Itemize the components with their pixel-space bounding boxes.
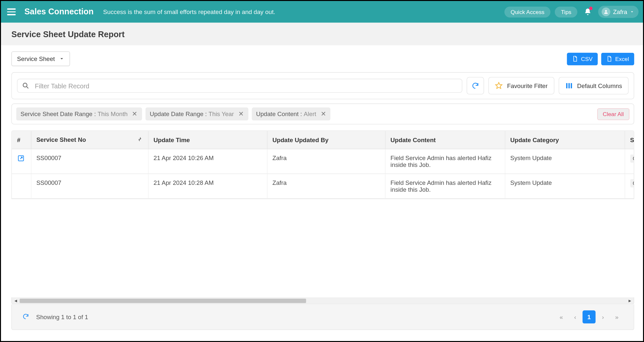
cell-service: Cre [630,179,634,187]
refresh-icon [22,313,29,320]
scroll-thumb[interactable] [20,299,306,303]
export-excel-label: Excel [615,55,629,62]
cell-updated-by: Zafra [267,149,385,174]
filter-tag-label: Service Sheet Date Range : [21,111,96,117]
filter-tag-value: Alert [304,111,316,117]
file-icon [572,56,579,62]
footer-refresh-icon[interactable] [22,313,29,321]
page-title-bar: Service Sheet Update Report [1,23,644,45]
cell-updated-by: Zafra [267,174,385,199]
svg-point-0 [605,10,607,12]
export-excel-button[interactable]: Excel [601,52,634,65]
search-icon [22,82,30,90]
columns-icon [565,82,573,90]
file-icon [607,56,613,62]
menu-icon[interactable] [7,7,18,17]
filter-tag-label: Update Content : [256,111,302,117]
active-filters: Service Sheet Date Range : This Month ✕ … [11,104,634,125]
user-menu[interactable]: Zafra [598,6,639,18]
cell-service: Cre [630,155,634,163]
page-title: Service Sheet Update Report [11,30,634,39]
filter-tag[interactable]: Update Date Range : This Year ✕ [146,108,248,121]
data-table: # Service Sheet No Update Time Update Up… [11,130,634,199]
page-prev-button[interactable]: ‹ [569,310,582,323]
filter-tag-value: This Year [209,111,234,117]
cell-update-time: 21 Apr 2024 10:26 AM [148,149,267,174]
svg-rect-4 [570,83,572,88]
table-row[interactable]: SS00007 21 Apr 2024 10:28 AM Zafra Field… [12,174,634,199]
chevron-down-icon [59,56,64,61]
col-update-content[interactable]: Update Content [385,131,505,149]
filter-tag-value: This Month [98,111,128,117]
remove-filter-icon[interactable]: ✕ [132,110,137,118]
col-updated-by[interactable]: Update Updated By [267,131,385,149]
col-update-category[interactable]: Update Category [505,131,625,149]
col-num[interactable]: # [12,131,31,149]
filter-tag-label: Update Date Range : [150,111,207,117]
col-update-time[interactable]: Update Time [148,131,267,149]
table-row[interactable]: SS00007 21 Apr 2024 10:26 AM Zafra Field… [12,149,634,174]
clear-all-button[interactable]: Clear All [597,108,629,120]
chevron-down-icon [630,10,634,14]
notifications-icon[interactable] [582,6,594,18]
app-header: Sales Connection Success is the sum of s… [1,1,644,23]
horizontal-scrollbar[interactable]: ◄ ► [11,297,634,304]
cell-update-time: 21 Apr 2024 10:28 AM [148,174,267,199]
avatar-icon [602,7,610,16]
cell-category: System Update [505,149,625,174]
bell-icon [584,8,592,16]
sheet-type-dropdown[interactable]: Service Sheet [11,52,70,66]
remove-filter-icon[interactable]: ✕ [238,110,244,118]
open-row-icon[interactable] [17,156,25,163]
user-name: Zafra [613,8,627,15]
svg-rect-2 [566,83,567,88]
refresh-icon [471,82,479,90]
svg-point-1 [23,83,27,87]
export-csv-button[interactable]: CSV [567,52,598,65]
search-input-wrap[interactable] [17,79,462,93]
pagination: « ‹ 1 › » [555,310,623,323]
table-footer: Showing 1 to 1 of 1 « ‹ 1 › » [11,304,634,330]
filter-tag[interactable]: Service Sheet Date Range : This Month ✕ [16,108,142,121]
col-service[interactable]: Serv [625,131,634,149]
page-number-button[interactable]: 1 [582,310,595,323]
refresh-button[interactable] [467,77,484,94]
cell-category: System Update [505,174,625,199]
header-tagline: Success is the sum of small efforts repe… [103,8,505,15]
sort-icon[interactable] [137,136,143,144]
cell-content: Field Service Admin has alerted Hafiz in… [385,174,505,199]
export-csv-label: CSV [581,55,593,62]
filter-search-input[interactable] [35,82,458,90]
showing-text: Showing 1 to 1 of 1 [36,313,88,320]
default-columns-button[interactable]: Default Columns [558,77,628,94]
star-icon [495,82,503,90]
favourite-filter-button[interactable]: Favourite Filter [488,77,554,94]
page-next-button[interactable]: › [596,310,609,323]
cell-sheet-no: SS00007 [31,149,148,174]
col-label: Service Sheet No [36,136,86,143]
tips-button[interactable]: Tips [555,7,577,17]
default-columns-label: Default Columns [577,82,622,89]
col-sheet-no[interactable]: Service Sheet No [31,131,148,149]
page-last-button[interactable]: » [610,310,623,323]
filter-tag[interactable]: Update Content : Alert ✕ [252,108,330,121]
remove-filter-icon[interactable]: ✕ [321,110,326,118]
favourite-filter-label: Favourite Filter [507,82,547,89]
cell-sheet-no: SS00007 [31,174,148,199]
quick-access-button[interactable]: Quick Access [505,7,551,17]
cell-content: Field Service Admin has alerted Hafiz in… [385,149,505,174]
svg-rect-3 [568,83,569,88]
brand-title: Sales Connection [24,7,94,17]
scroll-left-icon[interactable]: ◄ [13,298,19,304]
scroll-right-icon[interactable]: ► [627,298,633,304]
page-first-button[interactable]: « [555,310,568,323]
dropdown-label: Service Sheet [17,55,55,62]
